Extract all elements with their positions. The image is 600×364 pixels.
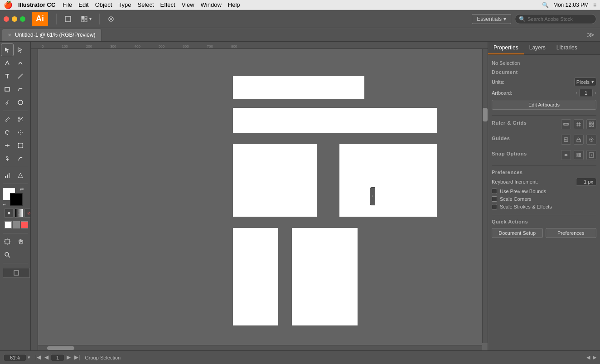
guide-smart-btn[interactable] xyxy=(586,135,596,145)
menu-window[interactable]: Window xyxy=(201,1,222,8)
snap-icons xyxy=(561,150,596,160)
edit-artboards-btn[interactable]: Edit Artboards xyxy=(492,100,596,110)
freeform-tool[interactable] xyxy=(14,83,27,96)
apple-menu[interactable]: 🍎 xyxy=(4,0,13,9)
scale-corners-label: Scale Corners xyxy=(500,196,532,202)
snap-pixel-btn[interactable] xyxy=(586,150,596,160)
reset-colors-btn[interactable]: ↩ xyxy=(3,203,6,207)
eraser-tool[interactable] xyxy=(1,113,14,126)
rect-tool[interactable] xyxy=(1,83,14,96)
gray-swatch[interactable] xyxy=(13,221,20,228)
svg-rect-60 xyxy=(577,155,578,157)
tab-close-btn[interactable]: ✕ xyxy=(8,33,11,38)
prev-artboard-btn[interactable]: ◀ xyxy=(43,354,50,361)
panel-toggle-btn[interactable]: ≫ xyxy=(583,30,598,39)
view-options-btn[interactable]: ▾ xyxy=(77,14,95,24)
menu-effect[interactable]: Effect xyxy=(160,1,175,8)
guide-lock-btn[interactable] xyxy=(574,135,584,145)
puppet-warp-tool[interactable] xyxy=(1,152,14,165)
preview-bounds-checkbox[interactable] xyxy=(492,189,497,194)
artboard-number[interactable]: 1 xyxy=(579,89,593,97)
blob-brush-tool[interactable] xyxy=(14,96,27,109)
document-tab[interactable]: ✕ Untitled-1 @ 61% (RGB/Preview) xyxy=(2,29,102,41)
tab-properties[interactable]: Properties xyxy=(488,42,524,54)
pixel-grid-icon-btn[interactable] xyxy=(586,119,596,129)
next-artboard-btn[interactable]: ▶ xyxy=(65,354,72,361)
zoom-down-icon[interactable]: ▾ xyxy=(28,354,30,360)
preview-bounds-label: Use Preview Bounds xyxy=(500,189,546,194)
grid-icon-btn[interactable] xyxy=(574,119,584,129)
menu-object[interactable]: Object xyxy=(95,1,112,8)
zoom-tool[interactable] xyxy=(1,248,14,261)
minimize-btn[interactable] xyxy=(12,16,17,22)
scissor-tool[interactable] xyxy=(14,113,27,126)
white-swatch[interactable] xyxy=(5,221,12,228)
scale-strokes-checkbox[interactable] xyxy=(492,204,497,209)
search-stock[interactable]: 🔍 Search Adobe Stock xyxy=(515,14,596,24)
width-tool[interactable] xyxy=(1,139,14,152)
direct-selection-tool[interactable] xyxy=(14,44,27,56)
clock: Mon 12:03 PM xyxy=(553,2,589,8)
artboard-6 xyxy=(292,228,358,325)
units-select[interactable]: Pixels ▾ xyxy=(574,78,596,86)
view-mode-btn[interactable] xyxy=(3,268,30,278)
shaper-tool[interactable] xyxy=(14,152,27,165)
snap-point-btn[interactable] xyxy=(561,150,571,160)
free-transform-tool[interactable] xyxy=(14,139,27,152)
preferences-btn[interactable]: Preferences xyxy=(546,228,597,238)
red-swatch[interactable] xyxy=(21,221,28,228)
line-tool[interactable] xyxy=(14,70,27,83)
background-color[interactable] xyxy=(10,193,23,206)
rotate-tool[interactable] xyxy=(1,126,14,139)
curvature-tool[interactable] xyxy=(14,57,27,69)
zoom-display[interactable]: 61% xyxy=(4,354,26,361)
first-artboard-btn[interactable]: |◀ xyxy=(34,354,42,361)
essentials-btn[interactable]: Essentials ▾ xyxy=(472,14,511,24)
spotlight-icon[interactable]: 🔍 xyxy=(542,2,549,8)
type-tool[interactable]: T xyxy=(1,70,14,83)
artboard-display[interactable]: 1 xyxy=(51,354,64,361)
menu-edit[interactable]: Edit xyxy=(78,1,88,8)
scroll-right-icon[interactable]: ▶ xyxy=(593,354,596,360)
scrollbar-vertical[interactable] xyxy=(482,49,488,343)
menu-view[interactable]: View xyxy=(182,1,194,8)
panel-collapse-btn[interactable]: › xyxy=(370,187,375,205)
graph-tool[interactable] xyxy=(1,169,14,182)
menu-select[interactable]: Select xyxy=(137,1,154,8)
artboard-prev-btn[interactable]: ‹ xyxy=(576,90,577,96)
scroll-left-icon[interactable]: ◀ xyxy=(586,354,590,360)
pen-tool[interactable] xyxy=(1,57,14,69)
tab-libraries[interactable]: Libraries xyxy=(551,42,583,54)
scale-corners-checkbox[interactable] xyxy=(492,196,497,202)
menu-help[interactable]: Help xyxy=(228,1,240,8)
guide-show-btn[interactable] xyxy=(561,135,571,145)
snap-grid-btn[interactable] xyxy=(574,150,584,160)
solid-color-btn[interactable]: ■ xyxy=(5,209,14,218)
gradient-btn[interactable]: □ xyxy=(15,209,24,218)
menu-type[interactable]: Type xyxy=(118,1,131,8)
last-artboard-btn[interactable]: ▶| xyxy=(73,354,81,361)
artboard-next-btn[interactable]: › xyxy=(595,90,596,96)
scrollbar-horizontal[interactable] xyxy=(38,345,482,350)
menu-file[interactable]: File xyxy=(63,1,72,8)
paintbrush-tool[interactable] xyxy=(1,96,14,109)
artboard-tool[interactable] xyxy=(1,235,14,248)
maximize-btn[interactable] xyxy=(20,16,25,22)
perspective-grid-tool[interactable] xyxy=(14,169,27,182)
selection-tool[interactable] xyxy=(1,44,14,56)
scroll-thumb-h[interactable] xyxy=(47,346,74,350)
menu-extras[interactable]: ≡ xyxy=(593,2,596,8)
reflect-tool[interactable] xyxy=(14,126,27,139)
scroll-thumb-v[interactable] xyxy=(483,108,488,121)
canvas-area[interactable] xyxy=(38,49,488,350)
none-btn[interactable]: ⊘ xyxy=(24,209,31,218)
doc-setup-btn[interactable]: Document Setup xyxy=(492,228,543,238)
touch-tool-btn[interactable] xyxy=(104,14,118,24)
hand-tool[interactable] xyxy=(14,235,27,248)
new-doc-btn[interactable] xyxy=(61,14,75,24)
swap-colors-btn[interactable]: ⇄ xyxy=(20,187,24,192)
ruler-icon-btn[interactable] xyxy=(561,119,571,129)
close-btn[interactable] xyxy=(4,16,9,22)
keyboard-increment-input[interactable]: 1 px xyxy=(576,178,596,186)
tab-layers[interactable]: Layers xyxy=(524,42,551,54)
